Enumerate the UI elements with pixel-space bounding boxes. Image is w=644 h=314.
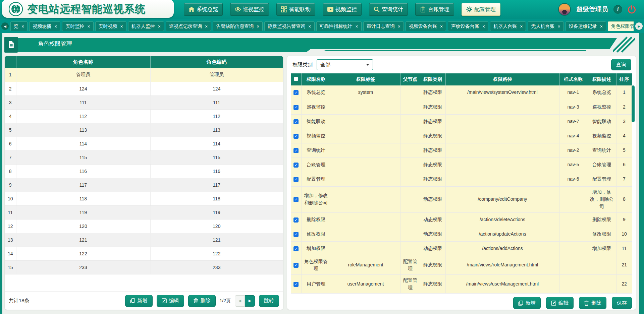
nav-button-search[interactable]: 查询统计	[369, 3, 408, 16]
eye-icon	[235, 6, 241, 12]
row-checkbox[interactable]: ✓	[293, 282, 299, 287]
tab[interactable]: 视频设备台账×	[406, 21, 446, 31]
permission-row[interactable]: ✓修改权限动态权限/actions/updateActions修改权限10	[291, 227, 632, 241]
tab-close-icon[interactable]: ×	[54, 24, 57, 29]
row-checkbox[interactable]: ✓	[293, 163, 299, 168]
nav-button-link-grid[interactable]: 智能联动	[276, 3, 315, 16]
role-code-cell: 115	[150, 150, 283, 164]
vertical-scrollbar[interactable]	[632, 85, 635, 122]
permission-row[interactable]: ✓角色权限管理roleManagement配置管理静态权限/main/views…	[291, 256, 632, 274]
permission-row[interactable]: ✓配置管理静态权限nav-6配置管理7	[291, 172, 632, 186]
tab[interactable]: 设备运维记录×	[566, 21, 606, 31]
permission-row[interactable]: ✓视频监控静态权限nav-4视频监控4	[291, 129, 632, 143]
tab-close-icon[interactable]: ×	[205, 24, 208, 29]
permission-row[interactable]: ✓系统总览system静态权限/main/views/systemOvervie…	[291, 85, 632, 100]
permission-row[interactable]: ✓查询统计静态权限nav-2查询统计5	[291, 143, 632, 158]
role-row[interactable]: 3111111	[5, 96, 283, 109]
save-button[interactable]: 保存	[612, 297, 632, 309]
role-row[interactable]: 10118118	[5, 192, 283, 205]
tab[interactable]: 机器人监控×	[128, 21, 164, 31]
jump-page-button[interactable]: 跳转	[259, 295, 279, 307]
row-checkbox[interactable]: ✓	[293, 177, 299, 182]
role-row[interactable]: 13121121	[5, 233, 283, 247]
nav-button-eye[interactable]: 巡视监控	[230, 3, 269, 16]
prev-page-button[interactable]: ◀	[235, 295, 245, 307]
user-avatar[interactable]	[558, 3, 571, 16]
row-checkbox[interactable]: ✓	[293, 246, 299, 251]
role-row[interactable]: 1管理员管理员	[5, 68, 283, 82]
tab-scroll-right-button[interactable]: ▶	[635, 22, 643, 30]
tab-close-icon[interactable]: ×	[120, 24, 123, 29]
role-row[interactable]: 14122122	[5, 247, 283, 260]
row-checkbox[interactable]: ✓	[293, 105, 299, 110]
role-edit-button[interactable]: 编辑	[157, 295, 184, 307]
tab[interactable]: 实时视频×	[95, 21, 126, 31]
tab-close-icon[interactable]: ×	[600, 24, 603, 29]
tab-scroll-left-button[interactable]: ◀	[1, 22, 9, 30]
role-row[interactable]: 9117117	[5, 178, 283, 192]
tab[interactable]: 声纹设备台账×	[448, 21, 488, 31]
permission-row[interactable]: ✓巡视监控静态权限nav-3巡视监控2	[291, 100, 632, 114]
permission-row[interactable]: ✓台账管理静态权限nav-5台账管理6	[291, 158, 632, 172]
tab-close-icon[interactable]: ×	[158, 24, 161, 29]
info-icon[interactable]: i	[613, 5, 622, 14]
role-delete-button[interactable]: 删除	[188, 295, 216, 307]
tab-close-icon[interactable]: ×	[87, 24, 90, 29]
tab[interactable]: 静默监视告警查询×	[264, 21, 314, 31]
tab-close-icon[interactable]: ×	[557, 24, 560, 29]
select-all-checkbox[interactable]	[294, 77, 298, 81]
role-row[interactable]: 7115115	[5, 150, 283, 164]
nav-button-video[interactable]: 视频监控	[323, 3, 362, 16]
role-row[interactable]: 6114114	[5, 137, 283, 150]
row-checkbox[interactable]: ✓	[293, 232, 299, 237]
permission-row[interactable]: ✓增加，修改和删除公司动态权限/company/editCompany增加，修改…	[291, 186, 632, 212]
permission-row[interactable]: ✓用户管理userManagement配置管理静态权限/main/views/u…	[291, 274, 632, 293]
tab[interactable]: 无人机台账×	[528, 21, 564, 31]
role-row[interactable]: 15233233	[5, 260, 283, 274]
tab-close-icon[interactable]: ×	[257, 24, 259, 29]
tab-close-icon[interactable]: ×	[520, 24, 523, 29]
row-checkbox[interactable]: ✓	[293, 217, 299, 223]
search-button[interactable]: 查询	[611, 59, 631, 70]
row-checkbox[interactable]: ✓	[293, 134, 299, 139]
role-row[interactable]: 4112112	[5, 109, 283, 123]
role-row[interactable]: 8116116	[5, 164, 283, 178]
tab[interactable]: 告警缺陷信息查询×	[213, 21, 263, 31]
tab[interactable]: 角色权限管理×	[608, 21, 634, 31]
permission-edit-button[interactable]: 编辑	[546, 297, 574, 309]
power-logout-icon[interactable]	[628, 5, 636, 14]
row-checkbox[interactable]: ✓	[293, 148, 299, 153]
role-row[interactable]: 2124124	[5, 82, 283, 96]
tab-close-icon[interactable]: ×	[482, 24, 485, 29]
tab[interactable]: 实时监控×	[62, 21, 93, 31]
row-checkbox[interactable]: ✓	[293, 263, 299, 268]
tab[interactable]: 机器人台账×	[490, 21, 526, 31]
permission-delete-button[interactable]: 删除	[579, 297, 606, 309]
tab-close-icon[interactable]: ×	[356, 24, 358, 29]
role-row[interactable]: 5113113	[5, 123, 283, 137]
role-add-button[interactable]: 新增	[125, 295, 153, 307]
tab[interactable]: 览×	[10, 21, 28, 31]
tab[interactable]: 审计日志查询×	[363, 21, 404, 31]
tab[interactable]: 可靠性指标统计×	[316, 21, 362, 31]
row-checkbox[interactable]: ✓	[293, 197, 299, 202]
tab-close-icon[interactable]: ×	[21, 24, 24, 29]
next-page-button[interactable]: ▶	[245, 295, 255, 307]
nav-button-gear[interactable]: 配置管理	[462, 3, 500, 16]
permission-row[interactable]: ✓智能联动静态权限nav-7智能联动3	[291, 114, 632, 129]
permission-row[interactable]: ✓删除权限动态权限/actions/deleteActions删除权限9	[291, 212, 632, 227]
tab-close-icon[interactable]: ×	[440, 24, 443, 29]
row-checkbox[interactable]: ✓	[293, 119, 299, 124]
nav-button-home[interactable]: 系统总览	[184, 3, 223, 16]
permission-type-select[interactable]: 全部	[317, 59, 373, 70]
role-row[interactable]: 11119119	[5, 205, 283, 219]
row-checkbox[interactable]: ✓	[293, 90, 299, 95]
tab-close-icon[interactable]: ×	[398, 24, 400, 29]
tab[interactable]: 巡视点记录查询×	[166, 21, 211, 31]
permission-row[interactable]: ✓增加权限动态权限/actions/addActions增加权限11	[291, 241, 632, 256]
permission-add-button[interactable]: 新增	[513, 297, 541, 309]
nav-button-ledger[interactable]: 台账管理	[415, 3, 454, 16]
tab-close-icon[interactable]: ×	[308, 24, 311, 29]
role-row[interactable]: 12120120	[5, 219, 283, 233]
tab[interactable]: 视频轮播×	[29, 21, 60, 31]
